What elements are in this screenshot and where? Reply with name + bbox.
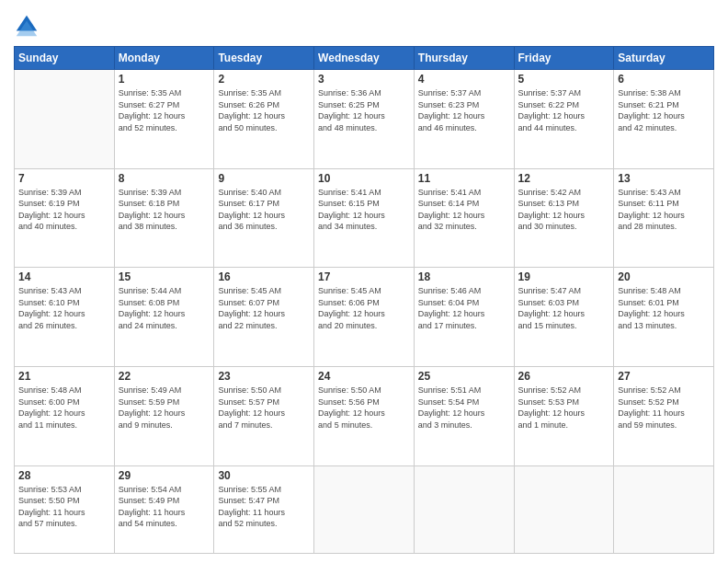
day-detail-line: Daylight: 12 hours [318,308,410,320]
day-detail-line: Sunset: 6:25 PM [318,99,410,111]
day-number: 7 [18,172,110,185]
day-detail-line: Sunrise: 5:43 AM [18,285,110,297]
day-detail-line: Daylight: 12 hours [418,210,510,222]
day-detail-line: and 59 minutes. [618,419,710,431]
day-info: Sunrise: 5:39 AMSunset: 6:18 PMDaylight:… [119,187,210,233]
day-detail-line: Sunrise: 5:49 AM [119,385,210,396]
day-info: Sunrise: 5:43 AMSunset: 6:11 PMDaylight:… [618,187,710,233]
day-detail-line: Sunrise: 5:44 AM [119,285,210,297]
day-detail-line: and 7 minutes. [218,419,310,431]
calendar-cell: 24Sunrise: 5:50 AMSunset: 5:56 PMDayligh… [314,366,415,465]
day-info: Sunrise: 5:47 AMSunset: 6:03 PMDaylight:… [518,285,610,331]
day-number: 20 [618,270,710,283]
calendar-cell [314,465,415,553]
calendar-cell [614,465,714,553]
day-detail-line: and 54 minutes. [119,518,210,530]
day-info: Sunrise: 5:54 AMSunset: 5:49 PMDaylight:… [119,484,210,530]
day-info: Sunrise: 5:42 AMSunset: 6:13 PMDaylight:… [518,187,610,233]
calendar-cell: 21Sunrise: 5:48 AMSunset: 6:00 PMDayligh… [15,366,115,465]
day-detail-line: and 38 minutes. [119,221,210,233]
day-detail-line: Sunset: 6:03 PM [518,297,610,309]
calendar-cell: 29Sunrise: 5:54 AMSunset: 5:49 PMDayligh… [114,465,214,553]
calendar-cell: 15Sunrise: 5:44 AMSunset: 6:08 PMDayligh… [114,268,214,367]
day-detail-line: Daylight: 12 hours [218,308,310,320]
day-detail-line: Sunrise: 5:53 AM [18,484,110,496]
day-detail-line: Sunset: 6:01 PM [618,297,710,309]
day-info: Sunrise: 5:44 AMSunset: 6:08 PMDaylight:… [119,285,210,331]
calendar-cell: 9Sunrise: 5:40 AMSunset: 6:17 PMDaylight… [214,168,314,268]
day-detail-line: and 48 minutes. [318,122,410,134]
day-info: Sunrise: 5:52 AMSunset: 5:53 PMDaylight:… [518,385,610,431]
weekday-header-saturday: Saturday [614,47,714,70]
day-number: 13 [618,172,710,185]
day-detail-line: Daylight: 11 hours [218,507,310,519]
calendar-table: SundayMondayTuesdayWednesdayThursdayFrid… [14,46,714,554]
day-number: 21 [18,370,110,383]
day-info: Sunrise: 5:35 AMSunset: 6:26 PMDaylight:… [218,87,310,133]
weekday-header-thursday: Thursday [414,47,514,70]
day-info: Sunrise: 5:45 AMSunset: 6:07 PMDaylight:… [218,285,310,331]
day-detail-line: Sunset: 6:17 PM [218,198,310,210]
day-info: Sunrise: 5:39 AMSunset: 6:19 PMDaylight:… [18,187,110,233]
day-detail-line: Daylight: 12 hours [418,308,510,320]
day-detail-line: and 28 minutes. [618,221,710,233]
day-number: 28 [18,469,110,482]
calendar-cell: 12Sunrise: 5:42 AMSunset: 6:13 PMDayligh… [514,168,614,268]
day-detail-line: Sunset: 6:10 PM [18,297,110,309]
calendar-cell: 5Sunrise: 5:37 AMSunset: 6:22 PMDaylight… [514,70,614,169]
day-detail-line: Daylight: 12 hours [218,110,310,122]
weekday-header-tuesday: Tuesday [214,47,314,70]
weekday-header-wednesday: Wednesday [314,47,415,70]
day-info: Sunrise: 5:48 AMSunset: 6:01 PMDaylight:… [618,285,710,331]
day-number: 9 [218,172,310,185]
day-number: 30 [218,469,310,482]
day-number: 19 [518,270,610,283]
day-detail-line: Sunset: 6:21 PM [618,99,710,111]
day-detail-line: Sunrise: 5:40 AM [218,187,310,199]
calendar-cell: 23Sunrise: 5:50 AMSunset: 5:57 PMDayligh… [214,366,314,465]
calendar-cell: 1Sunrise: 5:35 AMSunset: 6:27 PMDaylight… [114,70,214,169]
day-detail-line: Sunrise: 5:37 AM [418,87,510,99]
calendar-cell: 30Sunrise: 5:55 AMSunset: 5:47 PMDayligh… [214,465,314,553]
day-detail-line: Sunrise: 5:39 AM [119,187,210,199]
calendar-cell: 10Sunrise: 5:41 AMSunset: 6:15 PMDayligh… [314,168,415,268]
day-detail-line: Sunrise: 5:35 AM [218,87,310,99]
day-detail-line: Daylight: 12 hours [119,308,210,320]
weekday-header-friday: Friday [514,47,614,70]
day-detail-line: Sunrise: 5:48 AM [618,285,710,297]
day-detail-line: Daylight: 12 hours [518,308,610,320]
day-detail-line: Sunset: 5:56 PM [318,396,410,408]
day-detail-line: Sunset: 6:27 PM [119,99,210,111]
day-number: 23 [218,370,310,383]
day-number: 16 [218,270,310,283]
day-detail-line: and 24 minutes. [119,320,210,332]
calendar-week-1: 7Sunrise: 5:39 AMSunset: 6:19 PMDaylight… [15,168,714,268]
day-detail-line: and 17 minutes. [418,320,510,332]
day-detail-line: and 40 minutes. [18,221,110,233]
day-number: 6 [618,73,710,86]
calendar-cell [15,70,115,169]
day-info: Sunrise: 5:53 AMSunset: 5:50 PMDaylight:… [18,484,110,530]
logo-icon [14,13,40,39]
day-detail-line: Daylight: 12 hours [618,308,710,320]
day-detail-line: and 3 minutes. [418,419,510,431]
day-info: Sunrise: 5:41 AMSunset: 6:14 PMDaylight:… [418,187,510,233]
day-detail-line: Sunrise: 5:45 AM [218,285,310,297]
calendar-cell: 7Sunrise: 5:39 AMSunset: 6:19 PMDaylight… [15,168,115,268]
day-detail-line: Daylight: 12 hours [618,110,710,122]
day-number: 27 [618,370,710,383]
day-info: Sunrise: 5:46 AMSunset: 6:04 PMDaylight:… [418,285,510,331]
day-number: 2 [218,73,310,86]
day-detail-line: Sunset: 6:14 PM [418,198,510,210]
day-detail-line: Sunrise: 5:45 AM [318,285,410,297]
day-number: 8 [119,172,210,185]
day-detail-line: Sunset: 5:59 PM [119,396,210,408]
day-detail-line: Sunset: 5:54 PM [418,396,510,408]
day-number: 14 [18,270,110,283]
day-info: Sunrise: 5:36 AMSunset: 6:25 PMDaylight:… [318,87,410,133]
day-detail-line: and 52 minutes. [119,122,210,134]
day-number: 5 [518,73,610,86]
day-info: Sunrise: 5:37 AMSunset: 6:22 PMDaylight:… [518,87,610,133]
day-detail-line: Sunrise: 5:52 AM [518,385,610,396]
day-number: 10 [318,172,410,185]
